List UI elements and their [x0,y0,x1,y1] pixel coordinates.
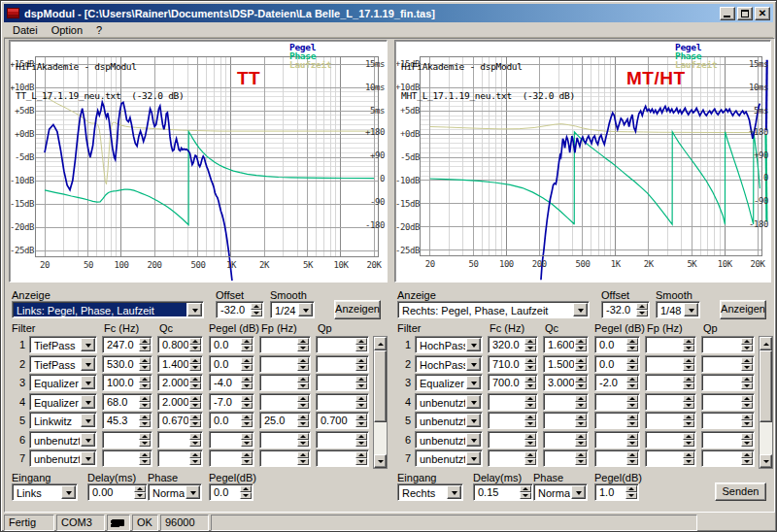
qc-spinner-6[interactable] [543,431,589,449]
filter-type-select-7-dropdown-button[interactable] [81,451,95,465]
pegel-spinner-3-up-button[interactable] [626,376,638,382]
qc-spinner-7-up-button[interactable] [575,451,587,458]
delay-spinner[interactable]: 0.15 [473,483,533,501]
fp-spinner-5-up-button[interactable] [297,414,309,420]
pegel-spinner-7-down-button[interactable] [626,458,638,465]
pegel-spinner-3[interactable]: -2.0 [594,374,640,391]
qp-spinner-5-down-button[interactable] [355,420,367,427]
fc-spinner-5-down-button[interactable] [139,420,151,427]
qc-spinner-5-down-button[interactable] [189,420,201,427]
offset-spinner-up-button[interactable] [636,303,648,310]
input-pegel-spinner[interactable]: 0.0 [209,483,253,501]
qc-spinner-3[interactable]: 3.000 [543,374,589,391]
pegel-spinner-1-up-button[interactable] [626,338,638,345]
qp-spinner-6-up-button[interactable] [741,433,753,440]
fp-spinner-2-up-button[interactable] [683,357,694,364]
qp-spinner-4-up-button[interactable] [355,395,367,402]
pegel-spinner-1[interactable]: 0.0 [594,336,640,353]
filter-type-select-1-dropdown-button[interactable] [81,338,95,351]
input-pegel-spinner-up-button[interactable] [625,485,637,492]
fp-spinner-1-up-button[interactable] [683,338,694,345]
fp-spinner-7-down-button[interactable] [297,458,309,465]
fp-spinner-1-up-button[interactable] [297,338,309,345]
smooth-select[interactable]: 1/48 [656,301,700,318]
pegel-spinner-4-up-button[interactable] [241,395,253,402]
qp-spinner-3[interactable] [316,374,369,391]
delay-spinner-down-button[interactable] [134,492,146,499]
pegel-spinner-2-down-button[interactable] [241,364,253,371]
pegel-spinner-6[interactable] [594,431,640,449]
pegel-spinner-6-up-button[interactable] [241,433,253,440]
fc-spinner-4-up-button[interactable] [139,395,151,402]
qp-spinner-2[interactable] [316,355,369,373]
fc-spinner-6-down-button[interactable] [524,440,536,447]
offset-spinner[interactable]: -32.0 [216,301,264,318]
fp-spinner-3-up-button[interactable] [297,376,309,382]
qp-spinner-5-down-button[interactable] [741,420,753,427]
qc-spinner-7-up-button[interactable] [189,451,201,458]
qc-spinner-5[interactable] [543,412,589,429]
pegel-spinner-2-up-button[interactable] [626,357,638,364]
filter-type-select-1-dropdown-button[interactable] [466,338,481,351]
offset-spinner-up-button[interactable] [251,303,262,310]
minimize-button[interactable] [720,7,735,20]
qc-spinner-3-down-button[interactable] [189,382,201,389]
fp-spinner-3[interactable] [645,374,696,391]
qc-spinner-2-up-button[interactable] [575,357,587,364]
pegel-spinner-1-up-button[interactable] [241,338,253,345]
close-button[interactable]: ✕ [755,7,770,20]
qp-spinner-7-up-button[interactable] [355,451,367,458]
fc-spinner-1[interactable]: 247.0 [102,336,152,353]
qp-spinner-3-up-button[interactable] [741,376,753,382]
qc-spinner-6-down-button[interactable] [575,440,587,447]
filter-type-select-1[interactable]: HochPass [415,336,483,353]
filter-type-select-7[interactable]: unbenutzt [29,449,97,467]
qc-spinner-4-up-button[interactable] [189,395,201,402]
fp-spinner-6-up-button[interactable] [683,433,694,440]
smooth-select-dropdown-button[interactable] [684,303,698,316]
qp-spinner-2-down-button[interactable] [355,364,367,371]
app-icon[interactable] [7,8,19,18]
pegel-spinner-4[interactable] [594,393,640,411]
fc-spinner-7-down-button[interactable] [524,458,536,465]
fp-spinner-5-down-button[interactable] [683,420,694,427]
filter-type-select-5-dropdown-button[interactable] [81,414,95,427]
filter-type-select-3-dropdown-button[interactable] [81,376,95,389]
qc-spinner-2-down-button[interactable] [575,364,587,371]
filter-type-select-3[interactable]: Equalizer [29,374,97,391]
qp-spinner-4[interactable] [316,393,369,411]
qp-spinner-2-down-button[interactable] [741,364,753,371]
fp-spinner-6-down-button[interactable] [297,440,309,447]
fc-spinner-1[interactable]: 320.0 [488,336,538,353]
qc-spinner-3-up-button[interactable] [189,376,201,382]
eingang-select-dropdown-button[interactable] [61,485,76,499]
fc-spinner-2[interactable]: 530.0 [102,355,152,373]
eingang-select-dropdown-button[interactable] [447,485,461,499]
qp-spinner-5-up-button[interactable] [355,414,367,420]
fp-spinner-2-down-button[interactable] [297,364,309,371]
qp-spinner-7[interactable] [701,449,755,467]
fp-spinner-6[interactable] [645,431,696,449]
smooth-select[interactable]: 1/24 [270,301,315,318]
qc-spinner-4-up-button[interactable] [575,395,587,402]
pegel-spinner-5-up-button[interactable] [241,414,253,420]
qp-spinner-2[interactable] [701,355,755,373]
qc-spinner-1[interactable]: 1.600 [543,336,589,353]
qc-spinner-7[interactable] [543,449,589,467]
qc-spinner-2-down-button[interactable] [189,364,201,371]
qc-spinner-2[interactable]: 1.500 [543,355,589,373]
fp-spinner-3[interactable] [259,374,311,391]
pegel-spinner-7[interactable] [209,449,254,467]
filter-type-select-6-dropdown-button[interactable] [81,433,95,447]
fc-spinner-1-up-button[interactable] [524,338,536,345]
fp-spinner-3-down-button[interactable] [683,382,694,389]
fp-spinner-5[interactable]: 25.0 [259,412,311,429]
qp-spinner-1[interactable] [701,336,755,353]
filter-type-select-2-dropdown-button[interactable] [466,357,481,371]
qc-spinner-1-down-button[interactable] [189,345,201,351]
fc-spinner-2-down-button[interactable] [139,364,151,371]
fc-spinner-1-down-button[interactable] [139,345,151,351]
pegel-spinner-2-down-button[interactable] [626,364,638,371]
pegel-spinner-1-down-button[interactable] [241,345,253,351]
fc-spinner-3[interactable]: 100.0 [102,374,152,391]
